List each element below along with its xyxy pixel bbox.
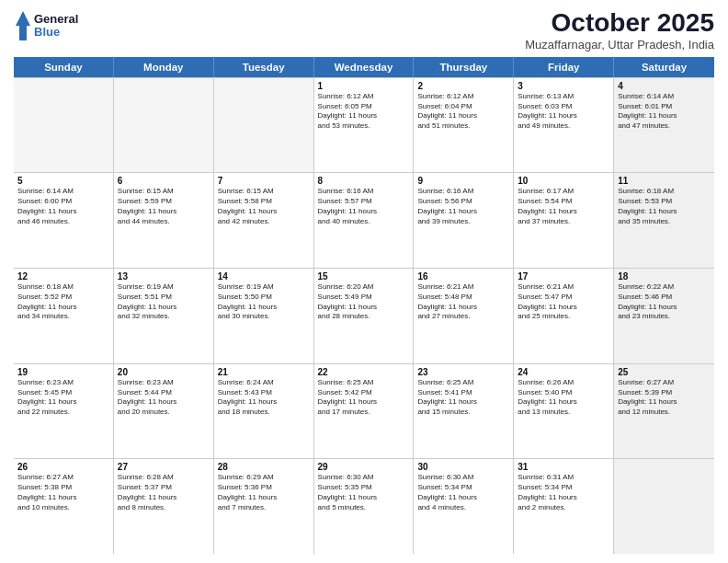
day-number: 30	[417, 462, 509, 472]
calendar-row: 12Sunrise: 6:18 AMSunset: 5:52 PMDayligh…	[14, 269, 714, 364]
calendar-header-cell: Tuesday	[214, 57, 314, 77]
day-number: 23	[417, 367, 509, 377]
day-number: 24	[518, 367, 609, 377]
day-number: 10	[518, 176, 609, 186]
day-number: 11	[618, 176, 711, 186]
cell-info: Sunrise: 6:17 AMSunset: 5:54 PMDaylight:…	[518, 187, 609, 226]
day-number: 12	[17, 271, 109, 282]
day-number: 5	[17, 176, 109, 186]
cell-info: Sunrise: 6:28 AMSunset: 5:37 PMDaylight:…	[118, 473, 210, 512]
cell-info: Sunrise: 6:25 AMSunset: 5:42 PMDaylight:…	[318, 378, 410, 418]
day-number: 15	[318, 271, 410, 282]
calendar-cell: 9Sunrise: 6:16 AMSunset: 5:56 PMDaylight…	[414, 173, 514, 268]
cell-info: Sunrise: 6:13 AMSunset: 6:03 PMDaylight:…	[518, 92, 609, 132]
cell-info: Sunrise: 6:14 AMSunset: 6:01 PMDaylight:…	[618, 92, 711, 132]
calendar-cell: 31Sunrise: 6:31 AMSunset: 5:34 PMDayligh…	[514, 459, 614, 554]
cell-info: Sunrise: 6:19 AMSunset: 5:51 PMDaylight:…	[118, 282, 210, 322]
calendar-cell	[614, 459, 714, 554]
subtitle: Muzaffarnagar, Uttar Pradesh, India	[525, 38, 714, 52]
day-number: 27	[118, 462, 210, 472]
cell-info: Sunrise: 6:25 AMSunset: 5:41 PMDaylight:…	[417, 378, 509, 418]
cell-info: Sunrise: 6:12 AMSunset: 6:05 PMDaylight:…	[318, 92, 410, 132]
cell-info: Sunrise: 6:18 AMSunset: 5:53 PMDaylight:…	[618, 187, 711, 226]
day-number: 4	[618, 81, 711, 91]
cell-info: Sunrise: 6:15 AMSunset: 5:59 PMDaylight:…	[118, 187, 210, 226]
calendar-header-row: SundayMondayTuesdayWednesdayThursdayFrid…	[14, 57, 714, 77]
calendar-cell: 15Sunrise: 6:20 AMSunset: 5:49 PMDayligh…	[314, 269, 415, 363]
calendar-row: 1Sunrise: 6:12 AMSunset: 6:05 PMDaylight…	[14, 77, 714, 174]
calendar-cell	[214, 78, 314, 173]
calendar-cell: 6Sunrise: 6:15 AMSunset: 5:59 PMDaylight…	[114, 173, 214, 268]
day-number: 29	[318, 462, 410, 472]
calendar-cell: 8Sunrise: 6:16 AMSunset: 5:57 PMDaylight…	[314, 173, 415, 268]
calendar-row: 5Sunrise: 6:14 AMSunset: 6:00 PMDaylight…	[14, 173, 714, 269]
cell-info: Sunrise: 6:23 AMSunset: 5:45 PMDaylight:…	[17, 378, 109, 418]
cell-info: Sunrise: 6:21 AMSunset: 5:48 PMDaylight:…	[417, 282, 509, 322]
day-number: 13	[118, 271, 210, 282]
calendar-cell: 24Sunrise: 6:26 AMSunset: 5:40 PMDayligh…	[514, 364, 614, 459]
calendar-header-cell: Saturday	[614, 57, 714, 77]
cell-info: Sunrise: 6:15 AMSunset: 5:58 PMDaylight:…	[218, 187, 310, 226]
cell-info: Sunrise: 6:24 AMSunset: 5:43 PMDaylight:…	[218, 378, 310, 418]
calendar-cell: 17Sunrise: 6:21 AMSunset: 5:47 PMDayligh…	[514, 269, 614, 363]
calendar-body: 1Sunrise: 6:12 AMSunset: 6:05 PMDaylight…	[14, 77, 714, 554]
calendar-row: 19Sunrise: 6:23 AMSunset: 5:45 PMDayligh…	[14, 364, 714, 460]
calendar-cell: 22Sunrise: 6:25 AMSunset: 5:42 PMDayligh…	[314, 364, 415, 459]
cell-info: Sunrise: 6:26 AMSunset: 5:40 PMDaylight:…	[518, 378, 609, 418]
logo-text-blue: Blue	[34, 26, 78, 39]
day-number: 6	[118, 176, 210, 186]
day-number: 3	[518, 81, 609, 91]
day-number: 22	[318, 367, 410, 377]
day-number: 18	[618, 271, 711, 282]
calendar-cell: 1Sunrise: 6:12 AMSunset: 6:05 PMDaylight…	[314, 78, 415, 173]
calendar-cell: 3Sunrise: 6:13 AMSunset: 6:03 PMDaylight…	[514, 78, 614, 173]
cell-info: Sunrise: 6:22 AMSunset: 5:46 PMDaylight:…	[618, 282, 711, 322]
day-number: 25	[618, 367, 711, 377]
calendar-cell: 23Sunrise: 6:25 AMSunset: 5:41 PMDayligh…	[414, 364, 514, 459]
day-number: 28	[218, 462, 310, 472]
calendar-cell: 10Sunrise: 6:17 AMSunset: 5:54 PMDayligh…	[514, 173, 614, 268]
calendar-cell: 19Sunrise: 6:23 AMSunset: 5:45 PMDayligh…	[14, 364, 114, 459]
calendar-header-cell: Monday	[114, 57, 214, 77]
title-block: October 2025 Muzaffarnagar, Uttar Prades…	[525, 9, 714, 52]
calendar-cell	[14, 78, 114, 173]
day-number: 7	[218, 176, 310, 186]
calendar-cell: 2Sunrise: 6:12 AMSunset: 6:04 PMDaylight…	[414, 78, 514, 173]
logo-bird-icon	[14, 9, 32, 42]
day-number: 19	[17, 367, 109, 377]
cell-info: Sunrise: 6:14 AMSunset: 6:00 PMDaylight:…	[17, 187, 109, 226]
cell-info: Sunrise: 6:30 AMSunset: 5:34 PMDaylight:…	[417, 473, 509, 512]
cell-info: Sunrise: 6:31 AMSunset: 5:34 PMDaylight:…	[518, 473, 609, 512]
calendar-header-cell: Friday	[514, 57, 614, 77]
cell-info: Sunrise: 6:29 AMSunset: 5:36 PMDaylight:…	[218, 473, 310, 512]
calendar-cell: 18Sunrise: 6:22 AMSunset: 5:46 PMDayligh…	[614, 269, 714, 363]
cell-info: Sunrise: 6:27 AMSunset: 5:39 PMDaylight:…	[618, 378, 711, 418]
calendar-cell: 27Sunrise: 6:28 AMSunset: 5:37 PMDayligh…	[114, 459, 214, 554]
main-title: October 2025	[525, 9, 714, 38]
day-number: 26	[17, 462, 109, 472]
calendar-cell: 16Sunrise: 6:21 AMSunset: 5:48 PMDayligh…	[414, 269, 514, 363]
day-number: 16	[417, 271, 509, 282]
calendar-cell: 30Sunrise: 6:30 AMSunset: 5:34 PMDayligh…	[414, 459, 514, 554]
calendar-cell: 25Sunrise: 6:27 AMSunset: 5:39 PMDayligh…	[614, 364, 714, 459]
calendar-header-cell: Thursday	[414, 57, 514, 77]
header: General Blue October 2025 Muzaffarnagar,…	[14, 9, 714, 52]
svg-marker-0	[16, 11, 30, 40]
day-number: 14	[218, 271, 310, 282]
day-number: 20	[118, 367, 210, 377]
cell-info: Sunrise: 6:18 AMSunset: 5:52 PMDaylight:…	[17, 282, 109, 322]
cell-info: Sunrise: 6:21 AMSunset: 5:47 PMDaylight:…	[518, 282, 609, 322]
calendar-cell: 21Sunrise: 6:24 AMSunset: 5:43 PMDayligh…	[214, 364, 314, 459]
cell-info: Sunrise: 6:30 AMSunset: 5:35 PMDaylight:…	[318, 473, 410, 512]
day-number: 17	[518, 271, 609, 282]
calendar-cell: 7Sunrise: 6:15 AMSunset: 5:58 PMDaylight…	[214, 173, 314, 268]
calendar-cell: 28Sunrise: 6:29 AMSunset: 5:36 PMDayligh…	[214, 459, 314, 554]
cell-info: Sunrise: 6:20 AMSunset: 5:49 PMDaylight:…	[318, 282, 410, 322]
calendar: SundayMondayTuesdayWednesdayThursdayFrid…	[14, 57, 714, 554]
calendar-cell: 4Sunrise: 6:14 AMSunset: 6:01 PMDaylight…	[614, 78, 714, 173]
day-number: 8	[318, 176, 410, 186]
calendar-cell: 13Sunrise: 6:19 AMSunset: 5:51 PMDayligh…	[114, 269, 214, 363]
cell-info: Sunrise: 6:27 AMSunset: 5:38 PMDaylight:…	[17, 473, 109, 512]
calendar-cell: 14Sunrise: 6:19 AMSunset: 5:50 PMDayligh…	[214, 269, 314, 363]
day-number: 21	[218, 367, 310, 377]
